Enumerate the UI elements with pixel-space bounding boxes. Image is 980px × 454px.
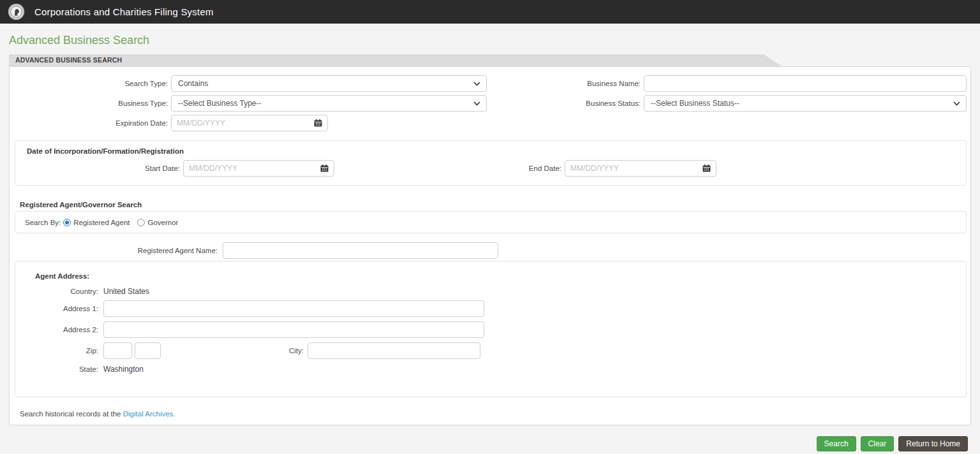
- address2-label: Address 2:: [20, 326, 103, 333]
- zip5-input[interactable]: [103, 342, 132, 359]
- digital-archives-link[interactable]: Digital Archives.: [123, 410, 175, 418]
- registered-agent-radio[interactable]: [63, 219, 71, 226]
- clear-button[interactable]: Clear: [861, 436, 895, 451]
- incorporation-heading: Date of Incorporation/Formation/Registra…: [27, 147, 961, 155]
- start-date-field: [183, 160, 334, 177]
- historical-records-note: Search historical records at the Digital…: [20, 410, 967, 418]
- app-title: Corporations and Charities Filing System: [34, 6, 214, 17]
- business-type-select[interactable]: --Select Business Type--: [171, 95, 487, 112]
- chevron-down-icon: [473, 82, 480, 86]
- business-name-input[interactable]: [644, 75, 967, 92]
- expiration-date-field: [171, 115, 328, 131]
- advanced-search-panel: Search Type: Contains Business Name: Bus…: [9, 66, 971, 425]
- address2-input[interactable]: [103, 321, 484, 338]
- address1-label: Address 1:: [20, 305, 103, 312]
- expiration-date-label: Expiration Date:: [15, 119, 171, 127]
- agent-address-section: Agent Address: Country: United States Ad…: [15, 261, 967, 397]
- incorporation-date-section: Date of Incorporation/Formation/Registra…: [15, 140, 967, 186]
- business-status-value: --Select Business Status--: [651, 99, 739, 108]
- end-date-label: End Date:: [491, 165, 565, 172]
- zip4-input[interactable]: [135, 342, 161, 359]
- business-type-value: --Select Business Type--: [178, 99, 262, 108]
- chevron-down-icon: [953, 101, 960, 106]
- chevron-down-icon: [473, 101, 480, 106]
- city-input[interactable]: [308, 342, 480, 359]
- business-name-label: Business Name:: [491, 80, 644, 87]
- search-type-select[interactable]: Contains: [171, 75, 487, 92]
- search-type-label: Search Type:: [15, 80, 171, 87]
- end-date-input[interactable]: [565, 161, 702, 175]
- registered-agent-radio-label: Registered Agent: [73, 219, 130, 226]
- agent-address-heading: Agent Address:: [35, 272, 961, 280]
- expiration-date-input[interactable]: [172, 116, 314, 130]
- app-header: Corporations and Charities Filing System: [0, 0, 980, 24]
- country-value: United States: [103, 287, 149, 296]
- country-label: Country:: [20, 288, 103, 295]
- registered-agent-name-label: Registered Agent Name:: [15, 247, 223, 254]
- zip-label: Zip:: [20, 347, 103, 355]
- start-date-input[interactable]: [184, 161, 320, 175]
- search-by-section: Search By: Registered Agent Governor: [15, 211, 967, 233]
- business-type-label: Business Type:: [15, 99, 171, 107]
- return-to-home-button[interactable]: Return to Home: [898, 436, 968, 451]
- state-value: Washington: [103, 365, 144, 374]
- business-status-label: Business Status:: [491, 99, 644, 107]
- search-by-label: Search By:: [25, 219, 61, 226]
- search-button[interactable]: Search: [817, 436, 856, 451]
- search-type-value: Contains: [178, 79, 208, 88]
- state-label: State:: [20, 365, 103, 373]
- calendar-icon[interactable]: [320, 165, 329, 172]
- historical-records-text: Search historical records at the: [20, 410, 121, 418]
- start-date-label: Start Date:: [20, 165, 183, 172]
- footer-actions: Search Clear Return to Home: [0, 436, 968, 451]
- address1-input[interactable]: [103, 300, 484, 317]
- page-title: Advanced Business Search: [9, 34, 980, 47]
- washington-state-seal-icon: [8, 3, 25, 20]
- registered-agent-name-input[interactable]: [223, 242, 498, 259]
- agent-governor-section-heading: Registered Agent/Governor Search: [20, 201, 967, 209]
- panel-tab-heading: ADVANCED BUSINESS SEARCH: [9, 54, 782, 66]
- calendar-icon[interactable]: [702, 165, 711, 172]
- governor-radio-label: Governor: [147, 219, 178, 226]
- end-date-field: [565, 160, 716, 177]
- governor-radio[interactable]: [137, 219, 145, 226]
- business-status-select[interactable]: --Select Business Status--: [644, 95, 967, 112]
- city-label: City:: [161, 347, 308, 355]
- calendar-icon[interactable]: [314, 119, 322, 127]
- panel-tab-label: ADVANCED BUSINESS SEARCH: [15, 56, 122, 64]
